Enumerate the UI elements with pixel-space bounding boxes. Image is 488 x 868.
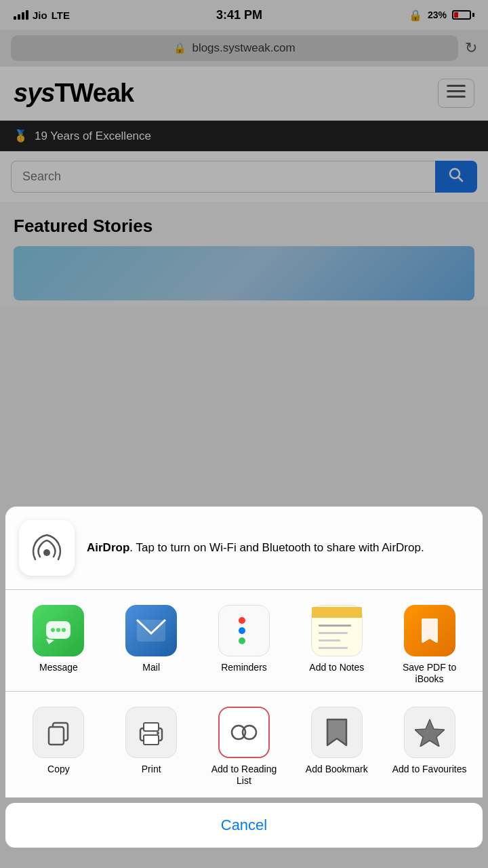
airdrop-text: AirDrop. Tap to turn on Wi-Fi and Blueto… — [87, 540, 424, 556]
print-icon — [125, 707, 177, 758]
airdrop-section[interactable]: AirDrop. Tap to turn on Wi-Fi and Blueto… — [5, 507, 483, 590]
reading-list-icon — [218, 707, 270, 758]
favourites-icon — [404, 707, 455, 758]
svg-point-9 — [62, 628, 66, 632]
share-main-panel: AirDrop. Tap to turn on Wi-Fi and Blueto… — [5, 507, 483, 797]
svg-rect-12 — [49, 727, 64, 745]
copy-icon — [33, 707, 84, 758]
airdrop-title: AirDrop — [87, 541, 129, 554]
reminders-icon — [218, 605, 270, 656]
mail-icon — [125, 605, 177, 656]
action-copy[interactable]: Copy — [18, 707, 99, 787]
bookmark-icon — [311, 707, 363, 758]
svg-point-16 — [157, 732, 159, 734]
mail-label: Mail — [142, 662, 160, 673]
copy-label: Copy — [47, 764, 70, 775]
svg-point-7 — [51, 628, 55, 632]
svg-point-5 — [43, 549, 50, 556]
app-notes[interactable]: Add to Notes — [296, 605, 378, 685]
message-icon — [33, 605, 84, 656]
reading-list-label: Add to Reading List — [203, 764, 285, 787]
action-bookmark[interactable]: Add Bookmark — [296, 707, 378, 787]
apps-row: Message Mail — [5, 590, 483, 692]
print-label: Print — [142, 764, 161, 775]
svg-point-8 — [56, 628, 60, 632]
app-reminders[interactable]: Reminders — [203, 605, 285, 685]
bookmark-label: Add Bookmark — [306, 764, 368, 775]
svg-marker-19 — [415, 719, 445, 747]
favourites-label: Add to Favourites — [392, 764, 467, 775]
notes-icon — [311, 605, 363, 656]
airdrop-desc: . Tap to turn on Wi-Fi and Bluetooth to … — [129, 541, 424, 554]
svg-rect-15 — [144, 723, 159, 731]
share-sheet: AirDrop. Tap to turn on Wi-Fi and Blueto… — [0, 507, 488, 868]
svg-rect-14 — [144, 735, 159, 745]
airdrop-icon — [19, 520, 75, 576]
app-message[interactable]: Message — [18, 605, 99, 685]
reminders-label: Reminders — [221, 662, 267, 673]
action-favourites[interactable]: Add to Favourites — [389, 707, 470, 787]
message-label: Message — [39, 662, 78, 673]
app-mail[interactable]: Mail — [110, 605, 192, 685]
app-ibooks[interactable]: Save PDF to iBooks — [389, 605, 470, 685]
action-reading-list[interactable]: Add to Reading List — [203, 707, 285, 787]
notes-label: Add to Notes — [309, 662, 364, 673]
actions-row: Copy Print — [5, 692, 483, 797]
cancel-button[interactable]: Cancel — [5, 803, 483, 848]
action-print[interactable]: Print — [110, 707, 192, 787]
ibooks-icon — [404, 605, 455, 656]
ibooks-label: Save PDF to iBooks — [389, 662, 470, 685]
